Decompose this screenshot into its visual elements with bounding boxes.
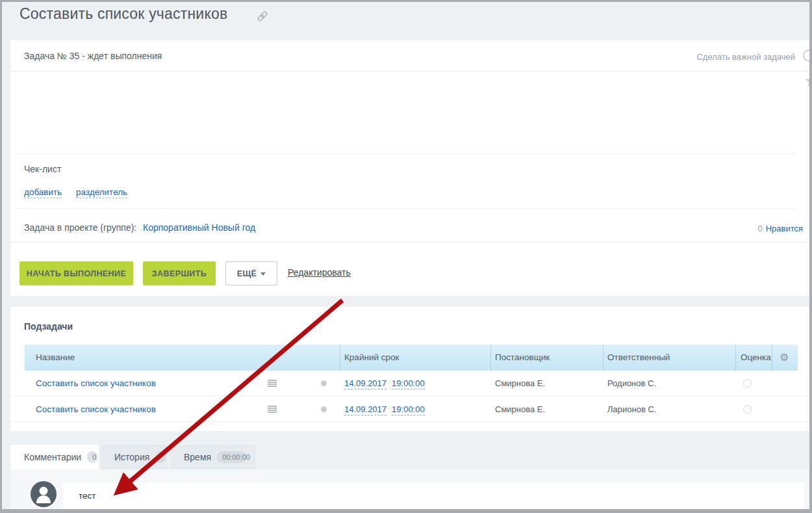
- subtasks-title: Подзадачи: [24, 321, 73, 332]
- creator-name: Смирнова Е.: [495, 371, 545, 396]
- project-link[interactable]: Корпоративный Новый год: [143, 222, 255, 233]
- status-dot-icon: [321, 380, 327, 386]
- avatar: [31, 481, 57, 507]
- rating-circle-icon[interactable]: [743, 379, 752, 388]
- tab-comments-label: Комментарии: [24, 452, 81, 462]
- deadline-time[interactable]: 19:00:00: [392, 378, 425, 389]
- tab-history[interactable]: История: [101, 445, 168, 469]
- comment-text: тест: [79, 491, 95, 501]
- checklist-add-link[interactable]: добавить: [24, 187, 62, 198]
- more-button-label: ЕЩЁ: [237, 269, 257, 278]
- tab-history-label: История: [114, 452, 149, 462]
- time-badge: 00:00:00: [217, 451, 247, 463]
- history-count-badge: [155, 451, 166, 463]
- subtasks-table-header: Название Крайний срок Постановщик Ответс…: [25, 345, 798, 371]
- menu-icon[interactable]: [268, 406, 277, 413]
- column-creator[interactable]: Постановщик: [495, 345, 550, 371]
- task-footer: НАЧАТЬ ВЫПОЛНЕНИЕ ЗАВЕРШИТЬ ЕЩЁ Редактир…: [10, 242, 809, 296]
- subtasks-card: Подзадачи Название Крайний срок Постанов…: [10, 307, 809, 431]
- table-row: Составить список участников 14.09.201719…: [10, 371, 809, 396]
- tab-time[interactable]: Время 00:00:00: [170, 445, 256, 469]
- subtask-link[interactable]: Составить список участников: [36, 371, 156, 396]
- deadline-link[interactable]: 14.09.201719:00:00: [344, 397, 425, 422]
- column-separator: [490, 345, 491, 371]
- checklist-title: Чек-лист: [24, 164, 61, 174]
- status-dot-icon: [321, 406, 327, 412]
- deadline-time[interactable]: 19:00:00: [392, 404, 425, 415]
- task-status-row: Задача № 35 - ждет выполнения Сделать ва…: [10, 40, 809, 72]
- column-separator: [735, 345, 736, 371]
- edit-link[interactable]: Редактировать: [288, 267, 351, 278]
- make-important-link[interactable]: Сделать важной задачей: [696, 52, 795, 62]
- page-title: Составить список участников: [19, 5, 227, 23]
- comment-input[interactable]: тест: [63, 482, 804, 509]
- more-button[interactable]: ЕЩЁ: [225, 261, 277, 285]
- subtask-link[interactable]: Составить список участников: [36, 397, 156, 422]
- task-status: Задача № 35 - ждет выполнения: [24, 51, 162, 61]
- responsible-name: Ларионов С.: [607, 397, 656, 422]
- project-label: Задача в проекте (группе):: [24, 222, 136, 233]
- deadline-date[interactable]: 14.09.2017: [344, 404, 387, 415]
- divider: [17, 208, 795, 209]
- gear-icon[interactable]: ⚙: [780, 345, 789, 371]
- user-icon: [31, 481, 57, 507]
- comments-panel: тест: [10, 469, 809, 509]
- column-deadline[interactable]: Крайний срок: [344, 345, 399, 371]
- rating-circle-icon[interactable]: [743, 405, 752, 414]
- column-separator: [340, 345, 340, 371]
- tab-comments[interactable]: Комментарии 0: [10, 445, 99, 469]
- menu-icon[interactable]: [268, 380, 277, 387]
- link-icon[interactable]: [256, 10, 269, 23]
- likes: 0Нравится: [757, 224, 803, 233]
- table-row: Составить список участников 14.09.201719…: [10, 397, 809, 422]
- task-card: Задача № 35 - ждет выполнения Сделать ва…: [10, 40, 809, 296]
- column-separator: [603, 345, 603, 371]
- responsible-name: Родионов С.: [607, 371, 656, 396]
- star-icon[interactable]: ★: [804, 73, 812, 89]
- chevron-down-icon: [260, 272, 266, 276]
- important-toggle-icon[interactable]: [803, 49, 812, 62]
- checklist-divider-link[interactable]: разделитель: [76, 187, 127, 198]
- divider: [17, 153, 795, 154]
- column-rating[interactable]: Оценка: [741, 345, 771, 371]
- likes-link[interactable]: Нравится: [766, 224, 803, 233]
- start-task-button[interactable]: НАЧАТЬ ВЫПОЛНЕНИЕ: [19, 261, 133, 285]
- deadline-date[interactable]: 14.09.2017: [344, 378, 387, 389]
- comments-count-badge: 0: [87, 451, 97, 463]
- tab-time-label: Время: [184, 452, 211, 462]
- likes-count: 0: [757, 224, 762, 233]
- column-separator: [772, 345, 772, 371]
- creator-name: Смирнова Е.: [495, 397, 545, 422]
- deadline-link[interactable]: 14.09.201719:00:00: [344, 371, 425, 396]
- column-responsible[interactable]: Ответственный: [607, 345, 670, 371]
- finish-task-button[interactable]: ЗАВЕРШИТЬ: [143, 261, 216, 285]
- column-name[interactable]: Название: [36, 345, 75, 371]
